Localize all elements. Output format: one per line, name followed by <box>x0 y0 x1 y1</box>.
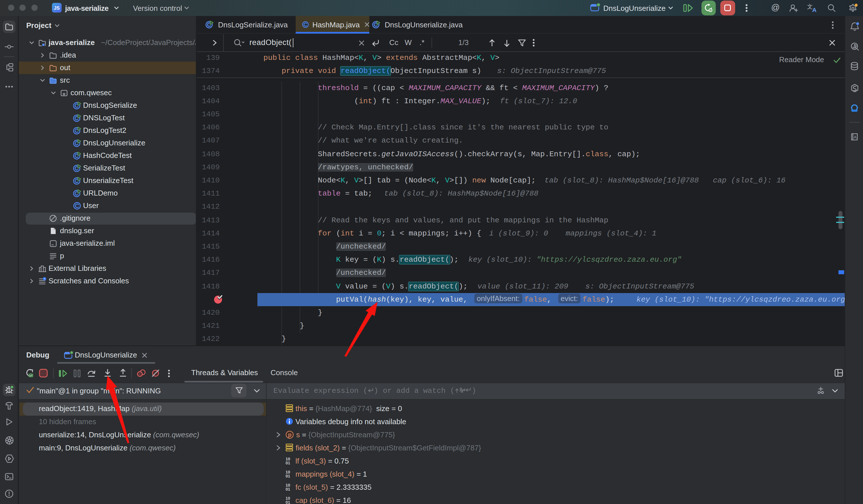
svg-text:p: p <box>288 431 292 438</box>
svg-text:A: A <box>853 134 856 139</box>
svg-text:A: A <box>812 6 816 13</box>
svg-text:文: 文 <box>807 3 812 9</box>
